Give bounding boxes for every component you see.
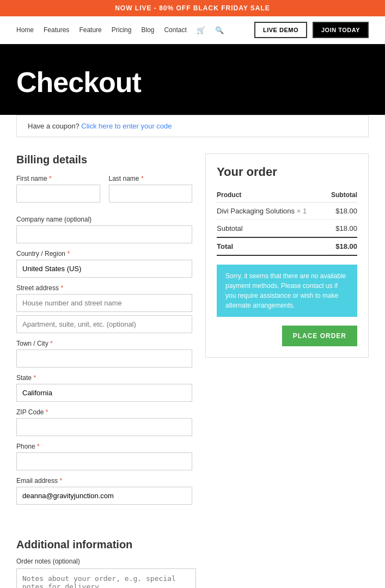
additional-heading: Additional information [16,538,369,551]
product-name: Divi Packaging Solutions × 1 [217,203,326,220]
nav-features[interactable]: Features [44,26,69,34]
zip-input[interactable] [16,418,192,436]
notes-input[interactable] [16,568,196,588]
subtotal-value: $18.00 [326,220,357,238]
product-row: Divi Packaging Solutions × 1 $18.00 [217,203,357,220]
nav-buttons: LIVE DEMO JOIN TODAY [254,22,369,38]
first-name-label: First name * [16,175,100,182]
navbar: Home Features Feature Pricing Blog Conta… [0,16,385,44]
apt-input[interactable] [16,315,192,333]
country-select[interactable]: United States (US) [16,260,192,278]
order-table: Product Subtotal Divi Packaging Solution… [217,188,357,256]
order-heading: Your order [217,165,357,179]
email-group: Email address * [16,477,192,505]
first-name-input[interactable] [16,185,100,203]
city-input[interactable] [16,350,192,367]
subtotal-label: Subtotal [217,220,326,238]
city-label: Town / City * [16,340,192,347]
search-icon[interactable]: 🔍 [215,26,224,34]
state-select[interactable]: California [16,384,192,402]
phone-group: Phone * [16,443,192,470]
city-group: Town / City * [16,340,192,367]
company-label: Company name (optional) [16,216,192,223]
place-order-wrap: PLACE ORDER [217,326,357,346]
country-group: Country / Region * United States (US) [16,250,192,278]
street-label: Street address * [16,284,192,292]
top-banner: NOW LIVE - 80% OFF BLACK FRIDAY SALE [0,0,385,16]
street-group: Street address * [16,284,192,333]
nav-blog[interactable]: Blog [141,26,154,34]
company-group: Company name (optional) [16,216,192,243]
state-label: State * [16,374,192,382]
coupon-label: Have a coupon? [28,122,80,130]
company-input[interactable] [16,225,192,243]
additional-section: Additional information Order notes (opti… [0,528,385,588]
last-name-label: Last name * [109,175,193,182]
payment-notice: Sorry, it seems that there are no availa… [217,265,357,317]
col-subtotal: Subtotal [326,188,357,203]
subtotal-row: Subtotal $18.00 [217,220,357,238]
country-label: Country / Region * [16,250,192,258]
order-box: Your order Product Subtotal Divi Packagi… [205,154,369,358]
last-name-input[interactable] [109,185,193,203]
order-section: Your order Product Subtotal Divi Packagi… [205,154,369,511]
nav-feature[interactable]: Feature [79,26,101,34]
coupon-link[interactable]: Click here to enter your code [81,122,172,130]
billing-section: Billing details First name * Last name *… [16,154,192,511]
last-name-group: Last name * [109,175,193,203]
first-name-group: First name * [16,175,100,203]
join-today-button[interactable]: JOIN TODAY [313,22,369,38]
coupon-bar: Have a coupon? Click here to enter your … [16,115,369,137]
hero-section: Checkout [0,44,385,115]
total-value: $18.00 [326,237,357,255]
total-label: Total [217,237,326,255]
street-input[interactable] [16,294,192,312]
zip-group: ZIP Code * [16,408,192,436]
notes-label: Order notes (optional) [16,558,369,565]
total-row: Total $18.00 [217,237,357,255]
nav-home[interactable]: Home [16,26,34,34]
email-input[interactable] [16,487,192,505]
nav-pricing[interactable]: Pricing [112,26,132,34]
phone-label: Phone * [16,443,192,450]
page-title: Checkout [16,66,369,99]
email-label: Email address * [16,477,192,485]
nav-contact[interactable]: Contact [164,26,186,34]
state-group: State * California [16,374,192,402]
main-content: Billing details First name * Last name *… [0,148,385,528]
live-demo-button[interactable]: LIVE DEMO [254,22,307,38]
billing-heading: Billing details [16,154,192,166]
col-product: Product [217,188,326,203]
product-price: $18.00 [326,203,357,220]
zip-label: ZIP Code * [16,408,192,416]
place-order-button[interactable]: PLACE ORDER [282,326,357,346]
phone-input[interactable] [16,452,192,470]
name-row: First name * Last name * [16,175,192,209]
nav-links: Home Features Feature Pricing Blog Conta… [16,26,224,34]
cart-icon[interactable]: 🛒 [197,26,205,34]
